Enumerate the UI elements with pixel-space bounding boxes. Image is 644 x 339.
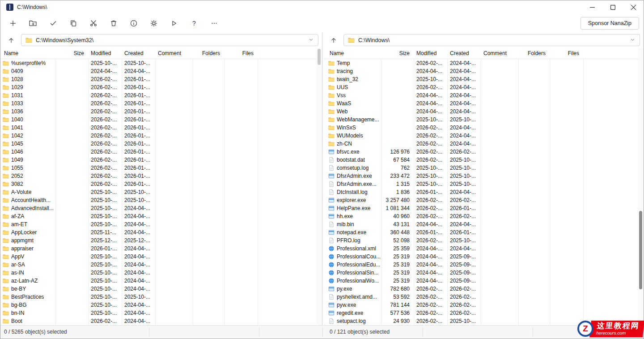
address-combo[interactable]: C:\Windows\System32\ (21, 34, 318, 46)
file-row[interactable]: pyshellext.amd...53 5922026-02-...2026-0… (323, 293, 638, 301)
column-header-name[interactable]: Name (0, 49, 55, 57)
file-row[interactable]: AppLocker2025-11-...2024-04-... (0, 228, 316, 236)
file-row[interactable]: pyw.exe781 1442026-02-...2026-02-... (323, 301, 638, 309)
file-row[interactable]: bfsvc.exe126 9762026-02-...2026-02-... (323, 148, 638, 156)
minimize-button[interactable] (582, 0, 602, 14)
file-row[interactable]: appraiser2026-01-...2024-04-... (0, 245, 316, 253)
file-row[interactable]: Vss2024-04-...2024-04-... (323, 91, 638, 99)
file-row[interactable]: 10282026-02-...2026-01-... (0, 75, 316, 83)
column-header-created[interactable]: Created (447, 49, 481, 57)
more-button[interactable] (204, 16, 224, 31)
add-button[interactable] (3, 16, 23, 31)
file-row[interactable]: Temp2026-02-...2024-04-... (323, 59, 638, 67)
column-header-comment[interactable]: Comment (481, 49, 518, 57)
new-folder-button[interactable] (23, 16, 43, 31)
file-row[interactable]: 30822026-02-...2026-01-... (0, 180, 316, 188)
run-button[interactable] (164, 16, 184, 31)
file-row[interactable]: af-ZA2025-10-...2024-04-... (0, 212, 316, 220)
file-row[interactable]: am-ET2025-10-...2024-04-... (0, 220, 316, 228)
file-row[interactable]: ProfessionalWo...25 3192024-04-...2025-0… (323, 277, 638, 285)
file-row[interactable]: WUModels2026-02-...2024-04-... (323, 132, 638, 140)
file-row[interactable]: BestPractices2025-10-...2025-10-... (0, 293, 316, 301)
file-row[interactable]: AccountHealth...2025-10-...2025-10-... (0, 196, 316, 204)
column-header-files[interactable]: Files (550, 49, 583, 57)
file-row[interactable]: WebManageme...2025-10-...2025-10-... (323, 116, 638, 124)
help-button[interactable]: ? (184, 16, 204, 31)
close-button[interactable] (623, 0, 644, 14)
file-row[interactable]: ProfessionalSin...25 3192024-04-...2025-… (323, 269, 638, 277)
file-row[interactable]: mib.bin43 1312024-04-...2024-04-... (323, 220, 638, 228)
column-header-modified[interactable]: Modified (88, 49, 122, 57)
scrollbar-thumb[interactable] (639, 211, 642, 289)
file-row[interactable]: explorer.exe3 257 4802026-02-...2026-02-… (323, 196, 638, 204)
file-row[interactable]: bootstat.dat67 5842026-02-...2025-10-... (323, 156, 638, 164)
file-row[interactable]: 10402026-02-...2026-01-... (0, 116, 316, 124)
column-header-folders[interactable]: Folders (193, 49, 224, 57)
column-header-created[interactable]: Created (122, 49, 155, 57)
file-row[interactable]: zh-CN2026-02-...2024-04-... (323, 140, 638, 148)
file-row[interactable]: comsetup.log7622025-10-...2025-10-... (323, 164, 638, 172)
file-row[interactable]: 10332026-02-...2026-01-... (0, 99, 316, 107)
file-row[interactable]: bn-IN2025-10-...2024-04-... (0, 309, 316, 317)
left-scrollbar[interactable] (316, 48, 322, 325)
file-row[interactable]: tracing2024-04-...2024-04-... (323, 67, 638, 75)
file-row[interactable]: 10552026-02-...2026-01-... (0, 164, 316, 172)
file-row[interactable]: DfsrAdmin.exe233 4722025-10-...2025-10-.… (323, 172, 638, 180)
file-row[interactable]: PFRO.log52 0982026-02-...2025-10-... (323, 236, 638, 245)
file-row[interactable]: 04092024-04-...2024-04-... (0, 67, 316, 75)
file-row[interactable]: WaaS2024-04-...2024-04-... (323, 99, 638, 107)
file-row[interactable]: AdvancedInstall...2025-10-...2024-04-... (0, 204, 316, 212)
column-header-files[interactable]: Files (224, 49, 258, 57)
copy-button[interactable] (63, 16, 83, 31)
file-row[interactable]: 20522026-02-...2026-01-... (0, 172, 316, 180)
file-row[interactable]: 10492026-02-...2026-01-... (0, 156, 316, 164)
file-row[interactable]: ProfessionalEdu...25 3192024-04-...2025-… (323, 261, 638, 269)
file-row[interactable]: ProfessionalCou...25 3192024-04-...2025-… (323, 253, 638, 261)
file-row[interactable]: be-BY2025-10-...2024-04-... (0, 285, 316, 293)
file-row[interactable]: Web2024-04-...2024-04-... (323, 107, 638, 116)
file-row[interactable]: appmgmt2025-12-...2025-12-... (0, 236, 316, 245)
up-button[interactable] (4, 34, 18, 46)
file-row[interactable]: UUS2026-02-...2024-04-... (323, 83, 638, 91)
column-header-comment[interactable]: Comment (155, 49, 193, 57)
file-row[interactable]: Boot2026-02-...2024-04-... (0, 317, 316, 325)
info-button[interactable] (123, 16, 144, 31)
right-scrollbar[interactable] (638, 48, 644, 325)
file-row[interactable]: %userprofile%2025-10-...2025-10-... (0, 59, 316, 67)
file-row[interactable]: 10292026-02-...2026-01-... (0, 83, 316, 91)
column-header-size[interactable]: Size (55, 49, 88, 57)
file-row[interactable]: A-Volute2025-10-...2025-10-... (0, 188, 316, 196)
chevron-down-icon[interactable] (308, 37, 314, 44)
address-combo[interactable]: C:\Windows\ (343, 34, 640, 46)
file-row[interactable]: 10462026-02-...2026-01-... (0, 148, 316, 156)
cut-button[interactable] (83, 16, 103, 31)
file-row[interactable]: az-Latn-AZ2025-10-...2024-04-... (0, 277, 316, 285)
file-row[interactable]: notepad.exe360 4482026-01-...2026-01-... (323, 228, 638, 236)
column-header-modified[interactable]: Modified (414, 49, 447, 57)
file-row[interactable]: regedit.exe577 5362026-02-...2026-02-... (323, 309, 638, 317)
file-row[interactable]: 10362026-02-...2026-01-... (0, 107, 316, 116)
column-header-folders[interactable]: Folders (518, 49, 550, 57)
up-button[interactable] (326, 34, 341, 46)
file-row[interactable]: DfsrAdmin.exe...1 3152025-10-...2025-10-… (323, 180, 638, 188)
sponsor-button[interactable]: Sponsor NanaZip (580, 17, 639, 30)
file-row[interactable]: 10422026-02-...2026-01-... (0, 132, 316, 140)
file-row[interactable]: ar-SA2025-10-...2024-04-... (0, 261, 316, 269)
column-header-name[interactable]: Name (326, 49, 381, 57)
column-header-size[interactable]: Size (381, 49, 414, 57)
file-row[interactable]: hh.exe40 9602026-02-...2026-02-... (323, 212, 638, 220)
file-row[interactable]: 10312026-02-...2026-01-... (0, 91, 316, 99)
file-row[interactable]: WinSxS2026-02-...2024-04-... (323, 124, 638, 132)
scrollbar-thumb[interactable] (318, 49, 321, 65)
file-row[interactable]: HelpPane.exe1 081 3442026-02-...2026-01-… (323, 204, 638, 212)
delete-button[interactable] (103, 16, 123, 31)
settings-button[interactable] (144, 16, 164, 31)
maximize-button[interactable] (602, 0, 623, 14)
file-row[interactable]: twain_322025-10-...2024-04-... (323, 75, 638, 83)
file-row[interactable]: AppV2025-10-...2024-04-... (0, 253, 316, 261)
file-row[interactable]: 10452026-02-...2026-01-... (0, 140, 316, 148)
file-row[interactable]: DtcInstall.log1 8362026-01-...2024-04-..… (323, 188, 638, 196)
chevron-down-icon[interactable] (630, 37, 636, 44)
file-row[interactable]: 10412026-02-...2026-01-... (0, 124, 316, 132)
file-row[interactable]: as-IN2025-10-...2024-04-... (0, 269, 316, 277)
